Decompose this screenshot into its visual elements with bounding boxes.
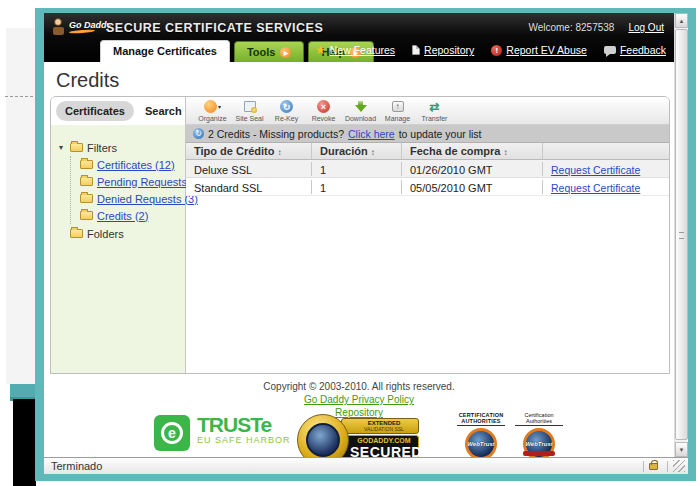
speech-bubble-icon bbox=[604, 46, 616, 54]
background-window-fragment bbox=[13, 399, 36, 486]
godaddy-mascot-icon bbox=[52, 18, 65, 35]
logout-link[interactable]: Log Out bbox=[628, 22, 664, 33]
toolbar-transfer-button[interactable]: ⇄ Transfer bbox=[416, 99, 453, 122]
rekey-icon: ↻ bbox=[280, 100, 293, 113]
toolbar-download-button[interactable]: Download bbox=[342, 99, 379, 122]
toolbar-revoke-button[interactable]: × Revoke bbox=[305, 99, 342, 122]
content-box: Certificates Search ▾ Filters bbox=[50, 96, 670, 374]
tab-tools[interactable]: Tools ▶ bbox=[234, 41, 305, 62]
folder-icon bbox=[80, 160, 93, 169]
webtrust-seals: CERTIFICATION AUTHORITIES WebTrust Certi… bbox=[457, 412, 563, 457]
compass-globe-icon bbox=[297, 414, 349, 457]
cell-purchase-date: 01/26/2010 GMT bbox=[402, 162, 543, 176]
browser-client-area: Go Daddy SECURE CERTIFICATE SERVICES Wel… bbox=[44, 13, 688, 474]
sort-icon: ↕ bbox=[503, 148, 507, 157]
info-text: 2 Credits - Missing products? bbox=[208, 128, 344, 140]
toolbar-organize-button[interactable]: ▾ Organize bbox=[194, 99, 231, 122]
column-header-credit-type[interactable]: Tipo de Crédito↕ bbox=[186, 143, 312, 159]
godaddy-secured-seal[interactable]: EXTENDED VALIDATION SSL GODADDY.COM SECU… bbox=[297, 414, 419, 457]
folder-icon bbox=[80, 194, 93, 203]
browser-status-bar: Terminado bbox=[44, 457, 688, 474]
certificate-toolbar: ▾ Organize Site Seal ↻ Re-Key bbox=[186, 97, 669, 125]
table-header-row: Tipo de Crédito↕ Duración↕ Fecha de comp… bbox=[186, 143, 669, 160]
refresh-icon: ↻ bbox=[193, 128, 204, 139]
credits-table: Tipo de Crédito↕ Duración↕ Fecha de comp… bbox=[186, 143, 669, 196]
truste-name: TRUSTe bbox=[197, 415, 291, 435]
folder-icon bbox=[80, 211, 93, 220]
cell-duration: 1 bbox=[312, 162, 402, 176]
sidebar-tabs: Certificates Search bbox=[51, 97, 185, 125]
sidebar-tab-certificates[interactable]: Certificates bbox=[56, 101, 134, 121]
transfer-icon: ⇄ bbox=[429, 101, 439, 113]
table-row: Deluxe SSL 1 01/26/2010 GMT Request Cert… bbox=[186, 160, 669, 178]
page-title: Credits bbox=[56, 69, 119, 92]
sort-icon: ↕ bbox=[277, 148, 281, 157]
folder-icon bbox=[70, 229, 83, 238]
webtrust-ca-seal[interactable]: CERTIFICATION AUTHORITIES WebTrust bbox=[457, 412, 505, 457]
cell-credit-type: Deluxe SSL bbox=[186, 162, 312, 176]
chevron-down-icon: ▾ bbox=[59, 143, 66, 152]
desktop-dashed-line bbox=[5, 96, 33, 97]
tree-node-folders[interactable]: Folders bbox=[59, 225, 185, 242]
window-resize-grip[interactable] bbox=[673, 460, 685, 472]
webtrust-banner bbox=[523, 451, 555, 456]
column-header-purchase-date[interactable]: Fecha de compra↕ bbox=[402, 143, 543, 159]
feedback-link[interactable]: Feedback bbox=[604, 44, 666, 56]
new-features-link[interactable]: ★ New Features bbox=[315, 44, 395, 56]
tree-node-pending-requests: Pending Requests (0) bbox=[80, 173, 185, 190]
toolbar-site-seal-button[interactable]: Site Seal bbox=[231, 99, 268, 122]
truste-logo-icon: e bbox=[154, 415, 190, 451]
cell-credit-type: Standard SSL bbox=[186, 180, 312, 194]
credits-info-bar: ↻ 2 Credits - Missing products? Click he… bbox=[186, 125, 669, 143]
request-certificate-link[interactable]: Request Certificate bbox=[551, 164, 640, 176]
cell-duration: 1 bbox=[312, 180, 402, 194]
folder-icon bbox=[70, 143, 83, 152]
scroll-up-button[interactable]: ▲ bbox=[675, 13, 688, 28]
report-ev-abuse-link[interactable]: ! Report EV Abuse bbox=[491, 44, 587, 56]
tree-children: Certificates (12) Pending Requests (0) D… bbox=[70, 156, 185, 224]
scrollbar-thumb[interactable] bbox=[675, 29, 688, 440]
session-area: Welcome: 8257538 Log Out bbox=[528, 22, 664, 33]
request-certificate-link[interactable]: Request Certificate bbox=[551, 182, 640, 194]
filter-link-credits[interactable]: Credits (2) bbox=[97, 210, 148, 222]
update-list-link[interactable]: Click here bbox=[348, 128, 395, 140]
tree-node-denied-requests: Denied Requests (3) bbox=[80, 190, 185, 207]
tree-node-filters[interactable]: ▾ Filters bbox=[59, 139, 185, 156]
download-icon bbox=[355, 101, 367, 112]
ssl-padlock-icon bbox=[649, 463, 658, 470]
browser-window: Go Daddy SECURE CERTIFICATE SERVICES Wel… bbox=[35, 8, 696, 481]
webtrust-globe-icon: WebTrust bbox=[465, 428, 497, 457]
table-row: Standard SSL 1 05/05/2010 GMT Request Ce… bbox=[186, 178, 669, 196]
tab-manage-certificates[interactable]: Manage Certificates bbox=[100, 40, 230, 62]
toolbar-manage-button[interactable]: ↑ Manage bbox=[379, 99, 416, 122]
filter-tree: ▾ Filters Certificates (12) bbox=[51, 125, 185, 373]
cell-purchase-date: 05/05/2010 GMT bbox=[402, 180, 543, 194]
ev-ssl-badge: EXTENDED VALIDATION SSL bbox=[341, 418, 419, 434]
truste-seal[interactable]: e TRUSTe EU SAFE HARBOR bbox=[154, 415, 291, 451]
webtrust-ca-seal-2[interactable]: Certification Authorities WebTrust bbox=[515, 412, 563, 457]
service-title: SECURE CERTIFICATE SERVICES bbox=[106, 21, 323, 35]
site-seal-icon bbox=[244, 101, 256, 112]
manage-icon: ↑ bbox=[392, 101, 404, 112]
privacy-policy-link[interactable]: Go Daddy Privacy Policy bbox=[304, 393, 414, 406]
godaddy-logo[interactable]: Go Daddy bbox=[52, 18, 112, 35]
sidebar-tab-search[interactable]: Search bbox=[136, 101, 191, 121]
scroll-down-button[interactable]: ▼ bbox=[675, 442, 688, 457]
chevron-down-icon: ▾ bbox=[218, 103, 221, 110]
star-icon: ★ bbox=[315, 45, 326, 55]
repository-link[interactable]: Repository bbox=[412, 44, 474, 56]
column-header-duration[interactable]: Duración↕ bbox=[312, 143, 402, 159]
column-header-actions bbox=[543, 143, 669, 159]
status-text: Terminado bbox=[51, 460, 102, 472]
organize-icon bbox=[204, 100, 217, 113]
tree-node-credits: Credits (2) bbox=[80, 207, 185, 224]
toolbar-rekey-button[interactable]: ↻ Re-Key bbox=[268, 99, 305, 122]
desktop-background-strip bbox=[6, 28, 35, 384]
sort-icon: ↕ bbox=[371, 148, 375, 157]
main-pane: ▾ Organize Site Seal ↻ Re-Key bbox=[186, 97, 669, 373]
filter-link-denied-requests[interactable]: Denied Requests (3) bbox=[97, 193, 198, 205]
vertical-scrollbar[interactable]: ▲ ▼ bbox=[674, 13, 688, 457]
filter-link-certificates[interactable]: Certificates (12) bbox=[97, 159, 175, 171]
revoke-icon: × bbox=[317, 100, 330, 113]
document-icon bbox=[412, 45, 420, 55]
